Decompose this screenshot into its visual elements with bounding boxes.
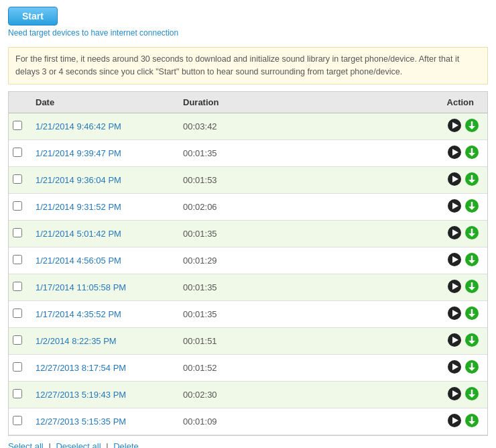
play-button[interactable] — [447, 199, 462, 215]
row-duration: 00:01:53 — [176, 166, 377, 193]
row-date: 1/17/2014 11:05:58 PM — [29, 274, 176, 300]
table-row: 1/17/2014 4:35:52 PM00:01:35 — [9, 300, 487, 327]
row-checkbox-cell — [9, 300, 29, 327]
duration-header: Duration — [176, 92, 377, 113]
row-checkbox-cell — [9, 139, 29, 166]
play-button[interactable] — [447, 172, 462, 188]
connection-note: Need target devices to have internet con… — [8, 28, 488, 38]
row-date: 1/21/2014 5:01:42 PM — [29, 220, 176, 247]
row-checkbox[interactable] — [13, 255, 22, 264]
play-button[interactable] — [447, 279, 462, 296]
info-box: For the first time, it needs around 30 s… — [8, 47, 488, 85]
download-button[interactable] — [464, 386, 479, 403]
row-checkbox-cell — [9, 354, 29, 381]
download-button[interactable] — [464, 306, 479, 323]
delete-link[interactable]: Delete — [113, 441, 139, 449]
row-date: 1/21/2014 9:39:47 PM — [29, 139, 176, 166]
row-action — [377, 327, 487, 354]
play-button[interactable] — [447, 333, 462, 349]
row-duration: 00:01:09 — [176, 408, 377, 435]
separator-1: | — [48, 441, 50, 449]
row-duration: 00:01:35 — [176, 300, 377, 327]
table-row: 1/21/2014 9:36:04 PM00:01:53 — [9, 166, 487, 193]
checkbox-header — [9, 92, 29, 113]
play-button[interactable] — [447, 386, 462, 403]
top-bar: Start Need target devices to have intern… — [0, 0, 496, 42]
download-button[interactable] — [464, 252, 479, 269]
row-action — [377, 354, 487, 381]
row-date: 1/21/2014 9:36:04 PM — [29, 166, 176, 193]
row-checkbox[interactable] — [13, 282, 22, 291]
row-action — [377, 300, 487, 327]
row-duration: 00:03:42 — [176, 113, 377, 139]
row-date: 1/21/2014 9:46:42 PM — [29, 113, 176, 139]
row-checkbox-cell — [9, 166, 29, 193]
row-checkbox[interactable] — [13, 416, 22, 425]
footer-links: Select all | Deselect all | Delete — [0, 436, 496, 449]
row-checkbox-cell — [9, 381, 29, 408]
play-button[interactable] — [447, 413, 462, 430]
row-duration: 00:01:51 — [176, 327, 377, 354]
row-date: 1/17/2014 4:35:52 PM — [29, 300, 176, 327]
download-button[interactable] — [464, 333, 479, 349]
table-header-row: Date Duration Action — [9, 92, 487, 113]
row-action — [377, 381, 487, 408]
download-button[interactable] — [464, 199, 479, 215]
download-button[interactable] — [464, 118, 479, 135]
row-date: 12/27/2013 5:19:43 PM — [29, 381, 176, 408]
row-checkbox[interactable] — [13, 335, 22, 345]
play-button[interactable] — [447, 252, 462, 269]
row-action — [377, 220, 487, 247]
download-button[interactable] — [464, 279, 479, 296]
row-action — [377, 113, 487, 139]
row-checkbox-cell — [9, 113, 29, 139]
download-button[interactable] — [464, 172, 479, 188]
row-checkbox-cell — [9, 193, 29, 220]
table-row: 1/17/2014 11:05:58 PM00:01:35 — [9, 274, 487, 300]
table-row: 1/21/2014 4:56:05 PM00:01:29 — [9, 247, 487, 274]
row-duration: 00:01:35 — [176, 274, 377, 300]
recordings-table: Date Duration Action 1/21/2014 9:46:42 P… — [9, 92, 487, 435]
row-checkbox-cell — [9, 220, 29, 247]
play-button[interactable] — [447, 306, 462, 323]
table-row: 1/21/2014 5:01:42 PM00:01:35 — [9, 220, 487, 247]
row-checkbox[interactable] — [13, 201, 22, 211]
row-action — [377, 166, 487, 193]
play-button[interactable] — [447, 145, 462, 162]
play-button[interactable] — [447, 225, 462, 242]
row-action — [377, 274, 487, 300]
table-row: 1/2/2014 8:22:35 PM00:01:51 — [9, 327, 487, 354]
row-action — [377, 247, 487, 274]
action-header: Action — [377, 92, 487, 113]
play-button[interactable] — [447, 359, 462, 376]
download-button[interactable] — [464, 359, 479, 376]
separator-2: | — [106, 441, 108, 449]
row-checkbox[interactable] — [13, 174, 22, 184]
download-button[interactable] — [464, 145, 479, 162]
row-action — [377, 139, 487, 166]
table-row: 12/27/2013 5:19:43 PM00:02:30 — [9, 381, 487, 408]
row-duration: 00:02:06 — [176, 193, 377, 220]
deselect-all-link[interactable]: Deselect all — [56, 441, 101, 449]
recordings-table-container: Date Duration Action 1/21/2014 9:46:42 P… — [8, 91, 488, 436]
start-button[interactable]: Start — [8, 7, 58, 25]
row-checkbox[interactable] — [13, 389, 22, 398]
row-date: 1/2/2014 8:22:35 PM — [29, 327, 176, 354]
row-checkbox[interactable] — [13, 309, 22, 318]
row-checkbox[interactable] — [13, 362, 22, 372]
table-row: 1/21/2014 9:46:42 PM00:03:42 — [9, 113, 487, 139]
select-all-link[interactable]: Select all — [8, 441, 44, 449]
row-checkbox[interactable] — [13, 228, 22, 237]
download-button[interactable] — [464, 225, 479, 242]
date-header: Date — [29, 92, 176, 113]
play-button[interactable] — [447, 118, 462, 135]
download-button[interactable] — [464, 413, 479, 430]
row-checkbox[interactable] — [13, 148, 22, 157]
row-checkbox[interactable] — [13, 121, 22, 130]
table-row: 12/27/2013 8:17:54 PM00:01:52 — [9, 354, 487, 381]
row-duration: 00:01:29 — [176, 247, 377, 274]
row-duration: 00:01:35 — [176, 139, 377, 166]
row-action — [377, 193, 487, 220]
row-checkbox-cell — [9, 274, 29, 300]
row-duration: 00:01:35 — [176, 220, 377, 247]
